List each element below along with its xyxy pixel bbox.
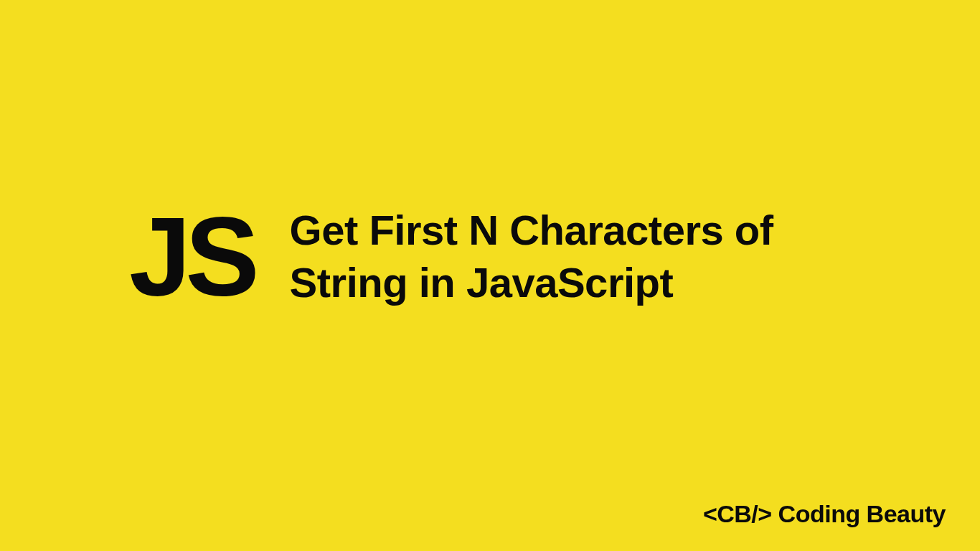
main-content-row: JS Get First N Characters of String in J…	[129, 201, 773, 312]
headline-line-1: Get First N Characters of	[290, 204, 773, 257]
article-title: Get First N Characters of String in Java…	[290, 204, 773, 309]
js-badge: JS	[129, 201, 254, 312]
brand-signature: <CB/> Coding Beauty	[703, 500, 946, 528]
headline-line-2: String in JavaScript	[290, 257, 773, 309]
